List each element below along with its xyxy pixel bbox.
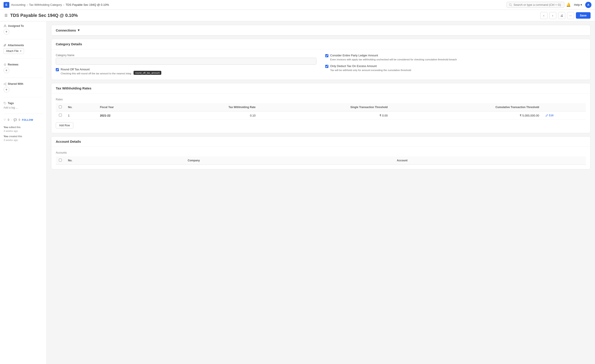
svg-point-8 — [4, 103, 5, 103]
row-rate: 0.10 — [158, 111, 259, 120]
attachments-section: Attachments Attach File + — [4, 44, 43, 54]
activity-section: You edited this 3 weeks ago You created … — [4, 125, 43, 142]
acc-select-all[interactable] — [59, 159, 62, 162]
tag-icon — [4, 102, 7, 105]
pencil-icon — [545, 114, 548, 117]
row-edit: Edit — [542, 111, 586, 120]
svg-point-4 — [4, 83, 4, 84]
breadcrumb: Accounting › Tax Withholding Category › … — [11, 3, 109, 7]
print-button[interactable]: 🖨 — [558, 12, 565, 19]
rates-table-header-row: No. Fiscal Year Tax Withholding Rate Sin… — [56, 103, 586, 111]
col-checkbox — [56, 103, 65, 111]
breadcrumb-tax-withholding[interactable]: Tax Withholding Category — [29, 3, 62, 7]
menu-icon[interactable]: ☰ — [4, 13, 7, 18]
accounts-header-row: No. Company Account — [56, 157, 586, 165]
acc-col-checkbox — [56, 157, 65, 165]
page-header: ☰ TDS Payable Sec 194Q @ 0.10% ‹ › 🖨 ···… — [0, 10, 595, 21]
divider-2 — [4, 58, 43, 59]
connections-title: Connections — [56, 28, 76, 32]
consider-party-label: Consider Entire Party Ledger Amount — [330, 54, 457, 57]
accounts-table-head: No. Company Account — [56, 157, 586, 165]
account-details-card: Account Details Accounts No. Company Acc… — [51, 136, 591, 169]
heart-icon: ♡ — [4, 118, 6, 121]
likes-count: 0 — [8, 118, 9, 121]
connections-header[interactable]: Connections ▾ — [51, 25, 590, 35]
chevron-down-icon: ▾ — [581, 3, 582, 7]
attach-file-label: Attach File — [6, 49, 19, 53]
nav-icons: 🔔 Help ▾ A — [566, 2, 591, 8]
tags-section: Tags Add a tag ... — [4, 102, 43, 109]
round-off-label: Round Off Tax Amount — [61, 68, 161, 71]
activity-1: You edited this 3 weeks ago — [4, 125, 43, 133]
row-select-checkbox[interactable] — [59, 114, 62, 117]
consider-party-checkbox[interactable] — [325, 54, 328, 57]
accounts-label: Accounts — [56, 151, 586, 154]
breadcrumb-accounting[interactable]: Accounting — [11, 3, 25, 7]
page-title: TDS Payable Sec 194Q @ 0.10% — [10, 13, 538, 18]
user-avatar[interactable]: A — [585, 2, 591, 8]
rates-table-body: 1 2021-22 0.10 ₹ 0.00 ₹ 5,000,000.00 — [56, 111, 586, 120]
add-row-button[interactable]: Add Row — [56, 122, 73, 129]
assigned-to-label: Assigned To — [4, 24, 43, 27]
round-off-row: Round Off Tax Amount Checking this will … — [56, 68, 316, 75]
follow-button[interactable]: FOLLOW — [22, 118, 33, 121]
accounts-table: No. Company Account — [56, 157, 586, 165]
connections-card: Connections ▾ — [51, 25, 591, 36]
only-deduct-row: Only Deduct Tax On Excess Amount Tax wil… — [325, 64, 586, 72]
col-rate: Tax Withholding Rate — [158, 103, 259, 111]
col-cumulative-threshold: Cumulative Transaction Threshold — [391, 103, 542, 111]
tax-rates-header: Tax Withholding Rates — [51, 83, 590, 93]
row-fiscal-year: 2021-22 — [97, 111, 158, 120]
assigned-to-add-button[interactable]: + — [4, 29, 9, 35]
category-details-header: Category Details — [51, 39, 590, 49]
row-cumulative-threshold: ₹ 5,000,000.00 — [391, 111, 542, 120]
category-name-field: Category Name — [56, 54, 316, 65]
category-details-card: Category Details Category Name — [51, 39, 591, 80]
only-deduct-checkbox[interactable] — [325, 65, 328, 68]
tax-rates-body: Rates No. Fiscal Year Tax Withholding Ra… — [51, 93, 590, 133]
rates-table: No. Fiscal Year Tax Withholding Rate Sin… — [56, 103, 586, 120]
sidebar: Assigned To + Attachments Attach File + — [0, 21, 47, 364]
shared-with-add-button[interactable]: + — [4, 87, 9, 93]
star-icon — [4, 63, 7, 66]
row-single-threshold: ₹ 0.00 — [259, 111, 391, 120]
col-fiscal-year: Fiscal Year — [97, 103, 158, 111]
acc-col-no: No. — [65, 157, 185, 165]
table-row: 1 2021-22 0.10 ₹ 0.00 ₹ 5,000,000.00 — [56, 111, 586, 120]
category-name-input[interactable] — [56, 58, 316, 65]
account-details-body: Accounts No. Company Account — [51, 147, 590, 169]
assigned-to-section: Assigned To + — [4, 24, 43, 35]
next-button[interactable]: › — [549, 12, 556, 19]
svg-line-7 — [4, 84, 6, 85]
row-no: 1 — [65, 111, 97, 120]
rates-table-head: No. Fiscal Year Tax Withholding Rate Sin… — [56, 103, 586, 111]
activity-2: You created this 3 weeks ago — [4, 135, 43, 142]
main-layout: Assigned To + Attachments Attach File + — [0, 21, 595, 364]
bell-icon[interactable]: 🔔 — [566, 2, 571, 7]
search-icon — [509, 3, 512, 7]
add-tag-link[interactable]: Add a tag ... — [4, 106, 43, 109]
save-button[interactable]: Save — [576, 12, 591, 19]
divider-4 — [4, 97, 43, 97]
header-actions: ‹ › 🖨 ··· Save — [540, 12, 591, 19]
comment-icon: 💬 — [14, 118, 17, 121]
account-details-header: Account Details — [51, 137, 590, 147]
row-checkbox — [56, 111, 65, 120]
reviews-add-button[interactable]: + — [4, 68, 9, 73]
divider-5 — [4, 114, 43, 114]
attach-file-button[interactable]: Attach File + — [4, 48, 24, 54]
round-off-checkbox[interactable] — [56, 68, 59, 71]
help-button[interactable]: Help ▾ — [574, 3, 582, 7]
edit-link[interactable]: Edit — [545, 114, 583, 117]
tooltip-badge: round_off_tax_amount — [134, 71, 162, 75]
prev-button[interactable]: ‹ — [540, 12, 547, 19]
select-all-checkbox[interactable] — [59, 105, 62, 108]
search-bar[interactable]: Search or type a command (Ctrl + G) — [507, 2, 564, 8]
divider-1 — [4, 39, 43, 39]
category-details-title: Category Details — [56, 42, 82, 46]
category-name-label: Category Name — [56, 54, 316, 57]
share-icon — [4, 82, 7, 85]
rates-label: Rates — [56, 98, 586, 101]
more-button[interactable]: ··· — [567, 12, 574, 19]
follow-row: ♡ 0 · 💬 0 FOLLOW — [4, 118, 43, 121]
